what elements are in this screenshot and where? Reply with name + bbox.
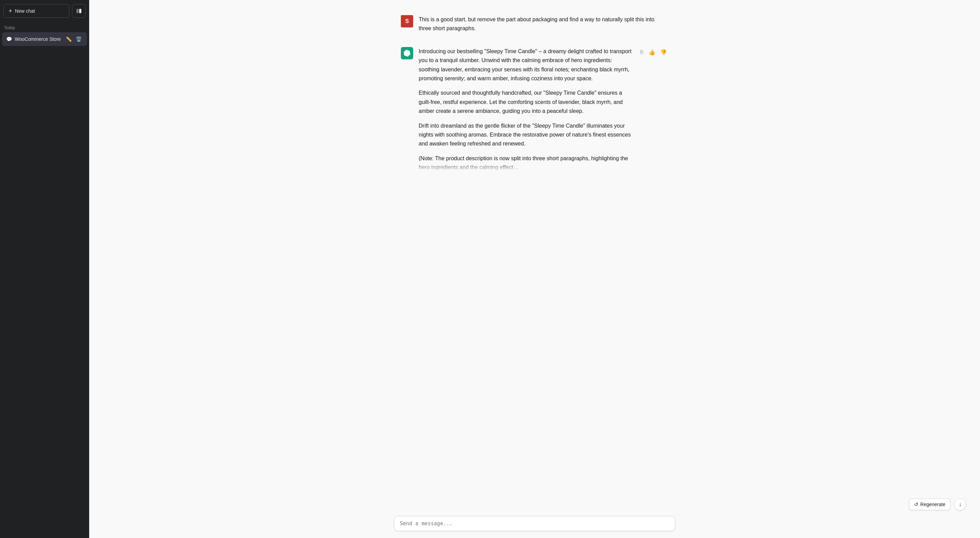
user-avatar: S — [401, 15, 413, 27]
user-message-text: This is a good start, but remove the par… — [419, 15, 668, 33]
sidebar: + New chat Today 💬 WooCommerce Store ✏️ … — [0, 0, 89, 538]
assistant-avatar — [401, 47, 413, 59]
regenerate-label: Regenerate — [920, 501, 945, 507]
chat-item-actions: ✏️ 🗑️ — [64, 36, 83, 43]
scroll-down-icon: ↓ — [959, 501, 961, 508]
chat-item-label: WooCommerce Store — [15, 37, 62, 42]
user-avatar-letter: S — [405, 18, 409, 24]
main-area: S This is a good start, but remove the p… — [89, 0, 980, 538]
assistant-message-row: Introducing our bestselling "Sleepy Time… — [380, 40, 689, 179]
svg-rect-1 — [79, 9, 81, 13]
thumbs-down-button[interactable]: 👎 — [659, 48, 668, 57]
panel-icon — [76, 8, 82, 14]
assistant-paragraph-3: Drift into dreamland as the gentle flick… — [419, 121, 633, 148]
assistant-paragraph-1: Introducing our bestselling "Sleepy Time… — [419, 47, 633, 83]
copy-icon: ⎘ — [640, 49, 644, 55]
thumbs-down-icon: 👎 — [660, 49, 667, 56]
openai-icon — [404, 50, 410, 57]
today-section-label: Today — [0, 22, 89, 32]
input-box — [394, 516, 675, 531]
thumbs-up-icon: 👍 — [648, 49, 655, 56]
delete-chat-button[interactable]: 🗑️ — [75, 36, 83, 43]
regenerate-icon: ↺ — [914, 501, 918, 507]
input-area — [89, 512, 980, 538]
new-chat-label: New chat — [15, 8, 35, 14]
chat-item-woocommerce[interactable]: 💬 WooCommerce Store ✏️ 🗑️ — [2, 32, 87, 46]
message-actions: ⎘ 👍 👎 — [639, 47, 668, 172]
plus-icon: + — [9, 8, 12, 14]
copy-button[interactable]: ⎘ — [639, 48, 645, 57]
chat-area: S This is a good start, but remove the p… — [89, 0, 980, 512]
sidebar-top: + New chat — [0, 0, 89, 22]
assistant-message-content: Introducing our bestselling "Sleepy Time… — [419, 47, 633, 172]
regenerate-button[interactable]: ↺ Regenerate — [909, 498, 950, 510]
edit-chat-button[interactable]: ✏️ — [64, 36, 73, 43]
svg-rect-0 — [76, 9, 78, 13]
assistant-paragraph-4: (Note: The product description is now sp… — [419, 154, 633, 172]
user-message-content: This is a good start, but remove the par… — [419, 15, 668, 33]
scroll-down-button[interactable]: ↓ — [954, 498, 966, 511]
sidebar-panel-button[interactable] — [72, 4, 86, 18]
assistant-paragraph-2: Ethically sourced and thoughtfully handc… — [419, 88, 633, 116]
thumbs-up-button[interactable]: 👍 — [647, 48, 657, 57]
new-chat-button[interactable]: + New chat — [3, 4, 69, 18]
chat-input[interactable] — [400, 520, 669, 527]
chat-bubble-icon: 💬 — [6, 37, 12, 42]
user-message-row: S This is a good start, but remove the p… — [380, 8, 689, 40]
bottom-actions: ↺ Regenerate ↓ — [909, 498, 966, 511]
